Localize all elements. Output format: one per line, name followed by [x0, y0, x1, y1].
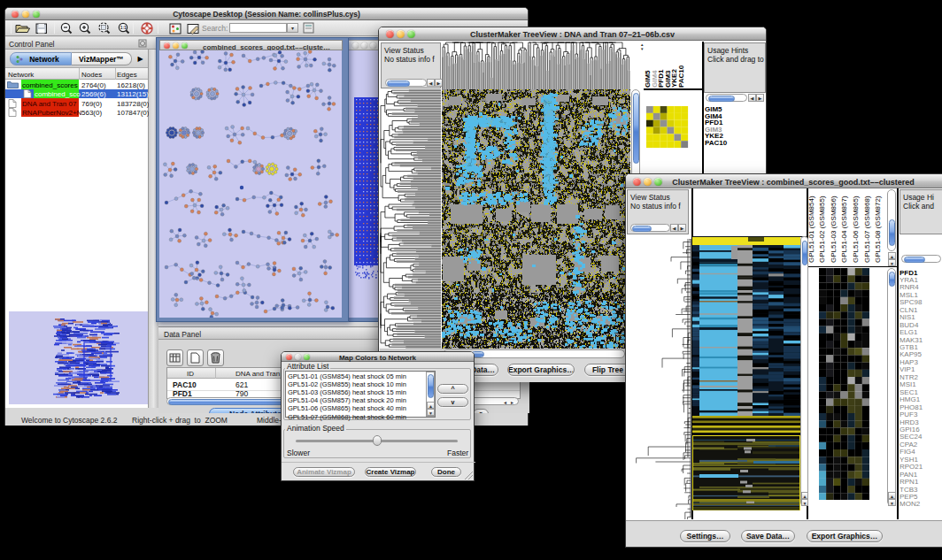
- svg-text:GPL51-08 (GSM872): GPL51-08 (GSM872): [874, 196, 882, 263]
- svg-text:GPL51-06 (GSM865): GPL51-06 (GSM865): [852, 196, 860, 263]
- svg-text:GPL51-01 (GSM854): GPL51-01 (GSM854): [808, 196, 815, 263]
- svg-text:GPL51-04 (GSM857): GPL51-04 (GSM857): [840, 196, 848, 263]
- svg-text:1:1: 1:1: [120, 26, 127, 30]
- svg-text:GPL51-03 (GSM856): GPL51-03 (GSM856): [830, 196, 838, 263]
- svg-text:PAC10: PAC10: [677, 65, 685, 88]
- svg-text:GPL51-02 (GSM855): GPL51-02 (GSM855): [818, 196, 826, 263]
- svg-text:GPL51-07 (GSM868): GPL51-07 (GSM868): [863, 196, 871, 263]
